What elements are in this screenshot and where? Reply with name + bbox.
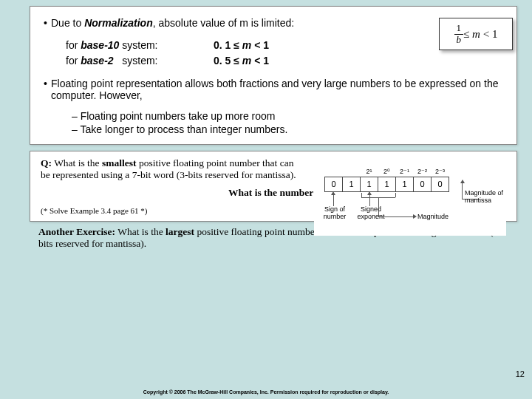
bit-cell: 1 (378, 177, 396, 191)
bullet-floating-point: • Floating point representation allows b… (44, 78, 503, 101)
t: 0. 5 ≤ (214, 55, 242, 66)
bit-cell: 1 (396, 177, 414, 191)
smallest-word: smallest (102, 157, 137, 168)
label-signed-exponent: Signed exponent (352, 206, 389, 221)
exp-label: 2⁰ (378, 166, 396, 177)
bit-cell: 0 (432, 177, 449, 191)
bullet-dot: • (44, 17, 51, 29)
exp-label: 2⁻³ (432, 166, 449, 177)
text-frag: , absolute value of m is limited: (153, 17, 294, 29)
numerator: 1 (454, 23, 464, 34)
t: What is the (52, 157, 102, 168)
t: base-10 (81, 39, 119, 51)
t: base-2 (81, 55, 113, 66)
t: for (66, 39, 81, 51)
question-box: Q: What is the smallest positive floatin… (30, 151, 517, 222)
denominator: b (454, 35, 464, 45)
systems-right: 0. 1 ≤ m < 1 0. 5 ≤ m < 1 (214, 38, 347, 69)
range-line-1: 0. 1 ≤ m < 1 (214, 38, 347, 53)
bullet-dot: • (44, 78, 51, 89)
exercise-label: Another Exercise: (38, 226, 115, 237)
bullet-normalization: • Due to Normalization, absolute value o… (44, 17, 503, 29)
label-magnitude: Magnitude (417, 214, 460, 221)
bullet-text: Due to Normalization, absolute value of … (51, 17, 503, 29)
t: < 1 (251, 55, 269, 66)
bit-cell: 0 (325, 177, 343, 191)
bit-table: 2¹ 2⁰ 2⁻¹ 2⁻² 2⁻³ 0 1 1 1 1 0 0 (324, 166, 449, 192)
exp-label: 2⁻² (414, 166, 432, 177)
t: m (242, 39, 251, 51)
bullet-text: Floating point representation allows bot… (51, 78, 503, 101)
label-sign-number: Sign of number (318, 206, 351, 221)
formula-bounds: 1 b ≤ m < 1 (439, 18, 513, 50)
exp-label: 2⁻¹ (396, 166, 414, 177)
copyright-line: Copyright © 2006 The McGraw-Hill Compani… (0, 389, 532, 395)
formula-right: ≤ m < 1 (463, 28, 497, 41)
label-magnitude-mantissa: Magnitude of mantissa (465, 190, 508, 205)
dash-item: – Floating point numbers take up more ro… (72, 110, 503, 122)
range-line-2: 0. 5 ≤ m < 1 (214, 54, 347, 69)
bit-diagram: 2¹ 2⁰ 2⁻¹ 2⁻² 2⁻³ 0 1 1 1 1 0 0 Sign of … (314, 154, 506, 236)
bit-cell: 1 (361, 177, 378, 191)
dash-item: – Take longer to process than integer nu… (72, 123, 503, 135)
t: system: (119, 39, 157, 51)
q-label: Q: (41, 157, 52, 168)
dash-list: – Floating point numbers take up more ro… (72, 110, 503, 135)
t: What is the (115, 226, 166, 237)
base2-line: for base-2 system: (66, 54, 214, 69)
exponent-row: 2¹ 2⁰ 2⁻¹ 2⁻² 2⁻³ (325, 166, 449, 177)
t: < 1 (251, 39, 269, 51)
question-text: Q: What is the smallest positive floatin… (41, 157, 299, 181)
t: system: (114, 55, 158, 66)
systems-left: for base-10 system: for base-2 system: (66, 38, 214, 69)
largest-word: largest (166, 226, 194, 237)
t: 0. 1 ≤ (214, 39, 242, 51)
normalization-word: Normalization (84, 17, 153, 29)
t: m (242, 55, 251, 66)
exp-label: 2¹ (361, 166, 378, 177)
base10-line: for base-10 system: (66, 38, 214, 53)
t: for (66, 55, 81, 66)
bit-row: 0 1 1 1 1 0 0 (325, 177, 449, 191)
systems-block: for base-10 system: for base-2 system: 0… (66, 38, 503, 69)
bit-cell: 1 (343, 177, 361, 191)
bit-cell: 0 (414, 177, 432, 191)
text-frag: Due to (51, 17, 84, 29)
page-number: 12 (516, 369, 525, 378)
fraction: 1 b (454, 23, 464, 45)
